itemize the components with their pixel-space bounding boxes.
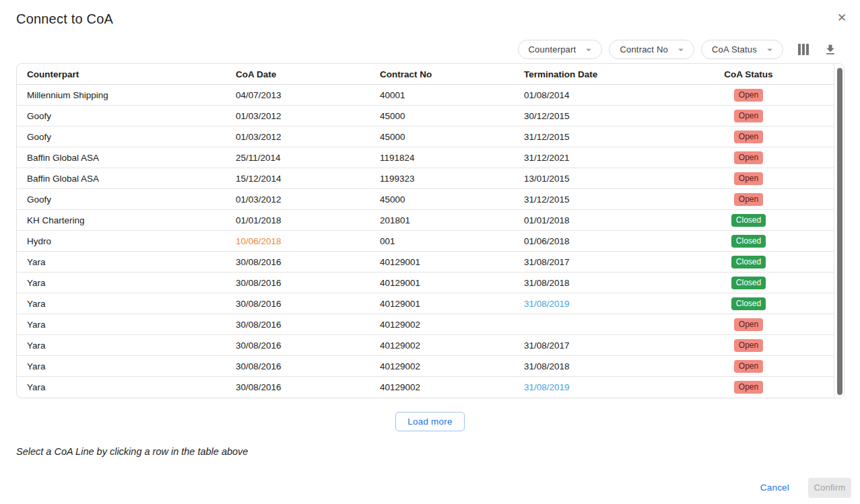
status-badge: Closed xyxy=(731,214,766,227)
table-row[interactable]: Yara 30/08/2016 40129001 31/08/2018 Clos… xyxy=(17,273,834,293)
confirm-button[interactable]: Confirm xyxy=(808,478,851,498)
cell-counterpart: Yara xyxy=(17,340,236,351)
cell-counterpart: Yara xyxy=(17,320,236,330)
cell-contract-no: 45000 xyxy=(380,111,524,121)
cell-coa-date: 01/03/2012 xyxy=(236,194,380,205)
close-icon[interactable]: ✕ xyxy=(834,11,849,26)
table-header: Counterpart CoA Date Contract No Termina… xyxy=(17,64,834,85)
cell-termination-date: 30/12/2015 xyxy=(524,111,704,121)
table-row[interactable]: Yara 30/08/2016 40129002 31/08/2019 Open xyxy=(17,377,834,398)
cell-coa-status: Open xyxy=(704,110,834,122)
cell-coa-date: 01/03/2012 xyxy=(236,111,380,121)
table-row[interactable]: Yara 30/08/2016 40129002 Open xyxy=(17,314,834,335)
cell-coa-status: Closed xyxy=(704,256,834,268)
table-row[interactable]: Millennium Shipping 04/07/2013 40001 01/… xyxy=(17,85,834,106)
download-icon[interactable] xyxy=(822,42,838,58)
cell-counterpart: Goofy xyxy=(17,111,236,121)
table-row[interactable]: Yara 30/08/2016 40129002 31/08/2018 Open xyxy=(17,356,834,377)
cell-coa-date: 10/06/2018 xyxy=(236,236,380,246)
cell-coa-date: 04/07/2013 xyxy=(236,90,380,100)
status-badge: Open xyxy=(734,110,763,122)
scrollbar-thumb[interactable] xyxy=(837,68,842,395)
status-badge: Open xyxy=(734,360,763,373)
cell-counterpart: Yara xyxy=(17,257,236,267)
filter-chip-counterpart[interactable]: Counterpart xyxy=(518,40,603,59)
column-header-counterpart: Counterpart xyxy=(17,69,236,79)
cell-coa-date: 30/08/2016 xyxy=(236,382,380,392)
table-row[interactable]: Goofy 01/03/2012 45000 30/12/2015 Open xyxy=(17,106,834,127)
cell-contract-no: 40001 xyxy=(380,90,524,100)
cell-coa-status: Open xyxy=(704,360,834,373)
cell-counterpart: Millennium Shipping xyxy=(17,90,236,100)
filter-chip-label: Counterpart xyxy=(529,44,576,55)
cell-counterpart: Yara xyxy=(17,299,236,309)
load-more-button[interactable]: Load more xyxy=(395,412,464,431)
cell-contract-no: 1191824 xyxy=(380,153,524,163)
cell-counterpart: KH Chartering xyxy=(17,215,236,225)
cell-counterpart: Yara xyxy=(17,382,236,392)
cell-coa-date: 30/08/2016 xyxy=(236,299,380,309)
cell-termination-date: 31/12/2015 xyxy=(524,132,704,142)
cell-termination-date: 31/08/2017 xyxy=(524,340,704,351)
cell-counterpart: Baffin Global ASA xyxy=(17,174,236,184)
cell-contract-no: 201801 xyxy=(380,215,524,225)
cancel-button[interactable]: Cancel xyxy=(750,477,800,498)
filter-chip-contract-no[interactable]: Contract No xyxy=(609,40,694,59)
cell-counterpart: Yara xyxy=(17,361,236,371)
cell-coa-status: Open xyxy=(704,318,834,331)
cell-termination-date: 01/06/2018 xyxy=(524,236,704,246)
status-badge: Open xyxy=(734,131,763,143)
column-header-coa-status: CoA Status xyxy=(704,69,834,79)
selection-hint-text: Select a CoA Line by clicking a row in t… xyxy=(16,446,860,457)
cell-contract-no: 40129002 xyxy=(380,340,524,351)
table-row[interactable]: Goofy 01/03/2012 45000 31/12/2015 Open xyxy=(17,127,834,147)
chevron-down-icon xyxy=(675,44,687,56)
cell-termination-date: 31/12/2021 xyxy=(524,153,704,163)
table-row[interactable]: Goofy 01/03/2012 45000 31/12/2015 Open xyxy=(17,189,834,210)
table-row[interactable]: Baffin Global ASA 25/11/2014 1191824 31/… xyxy=(17,147,834,168)
table-row[interactable]: Yara 30/08/2016 40129001 31/08/2017 Clos… xyxy=(17,252,834,273)
cell-termination-date: 31/08/2019 xyxy=(524,299,704,309)
cell-coa-date: 30/08/2016 xyxy=(236,340,380,351)
cell-coa-status: Open xyxy=(704,193,834,206)
filter-chip-label: Contract No xyxy=(620,44,668,55)
cell-counterpart: Hydro xyxy=(17,236,236,246)
cell-termination-date: 31/08/2018 xyxy=(524,278,704,288)
cell-coa-date: 30/08/2016 xyxy=(236,278,380,288)
view-columns-icon[interactable] xyxy=(795,42,812,58)
column-header-coa-date: CoA Date xyxy=(236,69,380,79)
chevron-down-icon xyxy=(583,44,595,56)
cell-termination-date: 31/08/2017 xyxy=(524,257,704,267)
cell-coa-date: 25/11/2014 xyxy=(236,153,380,163)
status-badge: Closed xyxy=(731,256,766,268)
cell-coa-status: Open xyxy=(704,131,834,143)
table-row[interactable]: Baffin Global ASA 15/12/2014 1199323 13/… xyxy=(17,168,834,189)
status-badge: Open xyxy=(734,381,763,394)
cell-coa-status: Open xyxy=(704,339,834,352)
cell-coa-status: Closed xyxy=(704,235,834,248)
table-row[interactable]: Yara 30/08/2016 40129001 31/08/2019 Clos… xyxy=(17,293,834,314)
table-row[interactable]: Hydro 10/06/2018 001 01/06/2018 Closed xyxy=(17,231,834,252)
status-badge: Open xyxy=(734,339,763,352)
cell-termination-date: 13/01/2015 xyxy=(524,174,704,184)
chevron-down-icon xyxy=(764,44,776,56)
filter-chip-coa-status[interactable]: CoA Status xyxy=(701,40,783,59)
cell-contract-no: 45000 xyxy=(380,194,524,205)
cell-contract-no: 40129001 xyxy=(380,278,524,288)
cell-coa-status: Closed xyxy=(704,297,834,310)
cell-contract-no: 1199323 xyxy=(380,174,524,184)
column-header-termination-date: Termination Date xyxy=(524,69,704,79)
connect-to-coa-dialog: Connect to CoA ✕ Counterpart Contract No… xyxy=(0,0,860,504)
table-row[interactable]: KH Chartering 01/01/2018 201801 01/01/20… xyxy=(17,210,834,231)
cell-coa-date: 30/08/2016 xyxy=(236,361,380,371)
cell-contract-no: 40129002 xyxy=(380,320,524,330)
cell-counterpart: Yara xyxy=(17,278,236,288)
cell-termination-date: 31/08/2018 xyxy=(524,361,704,371)
table-row[interactable]: Yara 30/08/2016 40129002 31/08/2017 Open xyxy=(17,335,834,356)
cell-counterpart: Baffin Global ASA xyxy=(17,153,236,163)
status-badge: Open xyxy=(734,151,763,164)
status-badge: Closed xyxy=(731,277,766,289)
cell-termination-date: 01/01/2018 xyxy=(524,215,704,225)
table-scrollbar[interactable] xyxy=(834,64,844,398)
cell-contract-no: 001 xyxy=(380,236,524,246)
